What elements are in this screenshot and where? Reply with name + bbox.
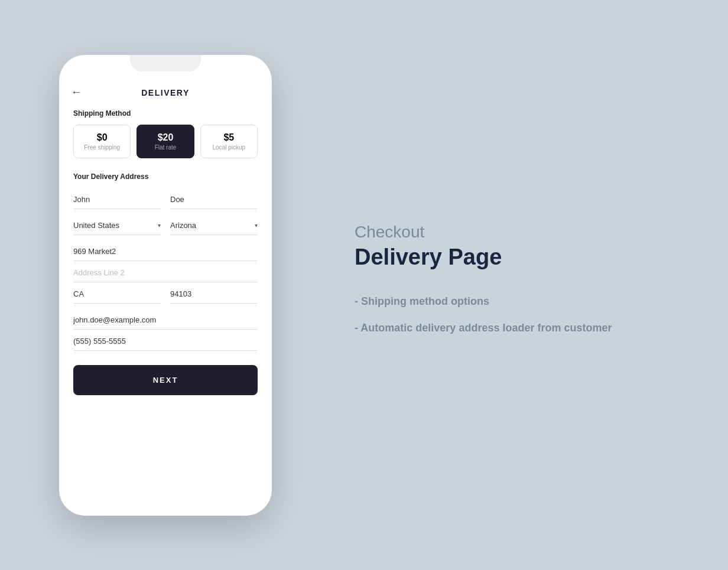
phone-notch [130,55,201,71]
state-select[interactable]: Arizona ▾ [170,216,258,235]
left-panel: ← DELIVERY Shipping Method $0 Free shipp… [0,0,331,570]
flat-rate-desc: Flat rate [142,144,188,151]
city-field[interactable] [73,285,161,304]
checkout-subtitle: Checkout [355,223,693,242]
feature-item-1: - Shipping method options [355,294,693,309]
phone-field[interactable] [73,332,258,351]
country-chevron-icon: ▾ [158,222,161,229]
shipping-option-local[interactable]: $5 Local pickup [200,125,258,158]
feature-item-2: - Automatic delivery address loader from… [355,321,693,336]
shipping-method-label: Shipping Method [73,109,258,118]
screen-title: DELIVERY [141,88,190,97]
country-select[interactable]: United States ▾ [73,216,161,235]
address-line1-field[interactable] [73,242,258,261]
flat-rate-price: $20 [142,132,188,143]
name-row [73,190,258,209]
phone-screen: ← DELIVERY Shipping Method $0 Free shipp… [59,55,272,516]
zip-field[interactable] [170,285,258,304]
address-line2-field[interactable] [73,263,258,282]
city-zip-row [73,285,258,304]
country-value: United States [73,221,119,230]
checkout-title: Delivery Page [355,244,693,271]
last-name-field[interactable] [170,190,258,209]
country-state-row: United States ▾ Arizona ▾ [73,216,258,235]
shipping-option-flat[interactable]: $20 Flat rate [136,125,194,158]
next-button[interactable]: NEXT [73,365,258,395]
phone-mockup: ← DELIVERY Shipping Method $0 Free shipp… [59,55,272,516]
state-chevron-icon: ▾ [255,222,258,229]
local-pickup-desc: Local pickup [206,144,252,151]
back-button[interactable]: ← [71,86,82,99]
free-shipping-price: $0 [79,132,125,143]
right-panel: Checkout Delivery Page - Shipping method… [331,187,728,383]
shipping-methods: $0 Free shipping $20 Flat rate $5 Local … [73,125,258,158]
screen-header: ← DELIVERY [59,79,272,105]
shipping-option-free[interactable]: $0 Free shipping [73,125,131,158]
first-name-field[interactable] [73,190,161,209]
screen-content: Shipping Method $0 Free shipping $20 Fla… [59,105,272,516]
delivery-address-label: Your Delivery Address [73,172,258,181]
local-pickup-price: $5 [206,132,252,143]
free-shipping-desc: Free shipping [79,144,125,151]
state-value: Arizona [170,221,196,230]
email-field[interactable] [73,311,258,330]
